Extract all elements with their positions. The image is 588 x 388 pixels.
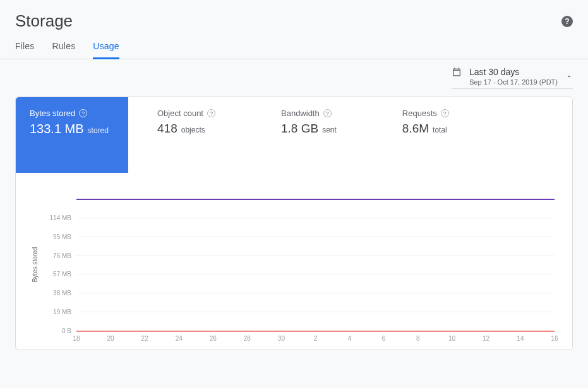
x-tick-label: 26	[210, 335, 217, 342]
x-tick-label: 30	[278, 335, 285, 342]
metric-label: Bandwidth	[281, 109, 320, 118]
info-icon[interactable]: ?	[441, 109, 449, 117]
gridline	[76, 274, 555, 274]
x-tick-label: 24	[176, 335, 183, 342]
y-tick-label: 38 MB	[53, 290, 71, 297]
x-tick-label: 6	[382, 335, 386, 342]
gridline	[76, 256, 555, 256]
usage-card: Bytes stored ? 133.1 MB stored Object co…	[15, 97, 573, 350]
info-icon[interactable]: ?	[207, 109, 215, 117]
chart-series-line	[76, 199, 555, 200]
chevron-down-icon	[565, 73, 573, 80]
metric-value: 133.1 MB	[30, 122, 84, 136]
gridline	[76, 237, 555, 237]
metric-value: 8.6M	[402, 122, 429, 136]
x-tick-label: 22	[141, 335, 148, 342]
y-tick-label: 0 B	[62, 327, 71, 334]
tab-usage[interactable]: Usage	[93, 41, 119, 59]
metric-value: 1.8 GB	[281, 122, 318, 136]
metric-suffix: total	[433, 126, 447, 134]
metric-suffix: sent	[322, 126, 337, 134]
tab-files[interactable]: Files	[15, 41, 35, 59]
y-tick-label: 57 MB	[53, 271, 71, 278]
metric-label: Bytes stored	[30, 109, 75, 118]
y-tick-label: 114 MB	[50, 214, 71, 221]
chart-y-axis-label: Bytes stored	[32, 247, 39, 283]
chart-series-line	[76, 331, 555, 332]
date-range-label: Last 30 days	[469, 67, 558, 77]
y-tick-label: 95 MB	[53, 233, 71, 240]
x-tick-label: 4	[348, 335, 352, 342]
metric-suffix: stored	[88, 126, 109, 135]
gridline	[76, 218, 555, 218]
gridline	[76, 293, 555, 293]
metric-value: 418	[157, 122, 177, 136]
metric-label: Requests	[402, 109, 437, 118]
metric-label: Object count	[157, 109, 203, 118]
metric-bytes-stored[interactable]: Bytes stored ? 133.1 MB stored	[16, 97, 128, 173]
metric-requests[interactable]: Requests ? 8.6M total	[388, 97, 463, 173]
x-tick-label: 14	[517, 335, 524, 342]
x-tick-label: 12	[483, 335, 489, 342]
x-tick-label: 16	[551, 335, 558, 342]
metrics-row: Bytes stored ? 133.1 MB stored Object co…	[16, 97, 572, 173]
x-tick-label: 20	[107, 335, 114, 342]
date-range-selector[interactable]: Last 30 days Sep 17 - Oct 17, 2019 (PDT)	[452, 67, 573, 89]
x-tick-label: 18	[73, 335, 80, 342]
metric-object-count[interactable]: Object count ? 418 objects	[143, 97, 229, 173]
metric-bandwidth[interactable]: Bandwidth ? 1.8 GB sent	[267, 97, 351, 173]
x-tick-label: 10	[448, 335, 455, 342]
y-tick-label: 19 MB	[53, 309, 71, 315]
help-icon[interactable]: ?	[561, 16, 573, 27]
metric-suffix: objects	[181, 126, 205, 134]
tabs: Files Rules Usage	[0, 33, 588, 59]
info-icon[interactable]: ?	[79, 109, 87, 117]
gridline	[76, 312, 555, 312]
x-tick-label: 8	[416, 335, 420, 342]
info-icon[interactable]: ?	[323, 109, 332, 117]
date-range-sub: Sep 17 - Oct 17, 2019 (PDT)	[469, 78, 558, 86]
y-tick-label: 76 MB	[53, 252, 71, 259]
tab-rules[interactable]: Rules	[52, 41, 76, 59]
calendar-icon	[452, 67, 462, 77]
x-tick-label: 28	[244, 335, 251, 342]
page-title: Storage	[15, 11, 73, 31]
x-tick-label: 2	[314, 335, 318, 342]
usage-chart: Bytes stored 0 B19 MB38 MB57 MB76 MB95 M…	[16, 173, 572, 350]
